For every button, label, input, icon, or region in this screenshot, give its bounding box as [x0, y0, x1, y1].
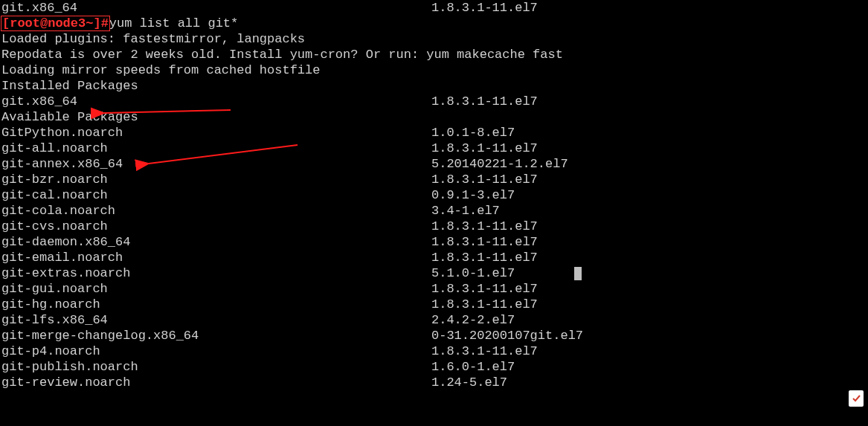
package-version: 1.8.3.1-11.el7: [431, 141, 538, 156]
prompt-open-bracket: [: [2, 16, 10, 30]
package-name: GitPython.noarch: [1, 125, 431, 141]
package-version: 0-31.20200107git.el7: [431, 328, 583, 343]
installed-header: Installed Packages: [1, 78, 868, 94]
package-name: git-lfs.x86_64: [1, 312, 431, 328]
package-name: git.x86_64: [1, 0, 431, 16]
package-row: git-p4.noarch1.8.3.1-11.el7: [1, 343, 868, 359]
package-row: git-merge-changelog.x86_640-31.20200107g…: [1, 328, 868, 343]
package-version: 1.8.3.1-11.el7: [431, 94, 538, 109]
prompt: [root@node3~]#: [1, 16, 109, 30]
package-name: git-gui.noarch: [1, 281, 431, 297]
package-name: git-publish.noarch: [1, 359, 431, 375]
package-version: 1.8.3.1-11.el7: [431, 297, 538, 312]
package-version: 1.8.3.1-11.el7: [431, 234, 538, 250]
package-name: git-cal.noarch: [1, 187, 431, 203]
package-row: git-cvs.noarch1.8.3.1-11.el7: [1, 219, 868, 234]
package-name: git-annex.x86_64: [1, 156, 431, 172]
package-version: 1.24-5.el7: [431, 375, 507, 390]
package-row: git.x86_641.8.3.1-11.el7: [1, 0, 868, 16]
available-header: Available Packages: [1, 109, 868, 125]
package-row: git-annex.x86_645.20140221-1.2.el7: [1, 156, 868, 172]
package-name: git-review.noarch: [1, 375, 431, 390]
command-text: yum list all git*: [109, 16, 238, 30]
package-name: git-merge-changelog.x86_64: [1, 328, 431, 343]
package-version: 5.1.0-1.el7: [431, 265, 515, 281]
package-version: 2.4.2-2.el7: [431, 312, 515, 328]
prompt-tilde: ~: [86, 16, 93, 30]
package-row: git-hg.noarch1.8.3.1-11.el7: [1, 297, 868, 312]
package-row: git.x86_641.8.3.1-11.el7: [1, 94, 868, 109]
package-version: 3.4-1.el7: [431, 203, 500, 219]
package-row: git-bzr.noarch1.8.3.1-11.el7: [1, 172, 868, 187]
output-message: Loading mirror speeds from cached hostfi…: [1, 62, 868, 78]
package-row: git-email.noarch1.8.3.1-11.el7: [1, 250, 868, 265]
package-name: git-extras.noarch: [1, 265, 431, 281]
package-row: git-all.noarch1.8.3.1-11.el7: [1, 141, 868, 156]
package-version: 1.8.3.1-11.el7: [431, 281, 538, 297]
package-row: git-cola.noarch3.4-1.el7: [1, 203, 868, 219]
package-row: git-daemon.x86_641.8.3.1-11.el7: [1, 234, 868, 250]
prompt-at: @: [40, 16, 48, 30]
package-name: git-all.noarch: [1, 141, 431, 156]
output-message: Loaded plugins: fastestmirror, langpacks: [1, 31, 868, 47]
prompt-hash: #: [101, 16, 109, 30]
prompt-close-bracket: ]: [93, 16, 100, 30]
package-name: git-p4.noarch: [1, 343, 431, 359]
package-name: git-daemon.x86_64: [1, 234, 431, 250]
package-name: git-email.noarch: [1, 250, 431, 265]
package-version: 5.20140221-1.2.el7: [431, 156, 568, 172]
prompt-user: root: [10, 16, 40, 30]
package-version: 1.8.3.1-11.el7: [431, 0, 538, 16]
package-name: git-hg.noarch: [1, 297, 431, 312]
package-name: git.x86_64: [1, 94, 431, 109]
terminal-cursor: [574, 267, 582, 280]
package-row: git-review.noarch1.24-5.el7: [1, 375, 868, 390]
package-row: git-publish.noarch1.6.0-1.el7: [1, 359, 868, 375]
package-version: 1.6.0-1.el7: [431, 359, 515, 375]
package-row: git-extras.noarch5.1.0-1.el7: [1, 265, 868, 281]
package-name: git-cola.noarch: [1, 203, 431, 219]
package-name: git-bzr.noarch: [1, 172, 431, 187]
package-version: 0.9.1-3.el7: [431, 187, 515, 203]
package-version: 1.8.3.1-11.el7: [431, 250, 538, 265]
package-version: 1.8.3.1-11.el7: [431, 172, 538, 187]
package-row: git-gui.noarch1.8.3.1-11.el7: [1, 281, 868, 297]
output-message: Repodata is over 2 weeks old. Install yu…: [1, 47, 868, 62]
note-check-icon[interactable]: [849, 390, 864, 407]
package-version: 1.0.1-8.el7: [431, 125, 515, 141]
package-row: git-lfs.x86_642.4.2-2.el7: [1, 312, 868, 328]
package-row: GitPython.noarch1.0.1-8.el7: [1, 125, 868, 141]
package-name: git-cvs.noarch: [1, 219, 431, 234]
package-version: 1.8.3.1-11.el7: [431, 343, 538, 359]
prompt-line[interactable]: [root@node3~]#yum list all git*: [1, 16, 868, 31]
prompt-host: node3: [48, 16, 86, 30]
package-version: 1.8.3.1-11.el7: [431, 219, 538, 234]
package-row: git-cal.noarch0.9.1-3.el7: [1, 187, 868, 203]
